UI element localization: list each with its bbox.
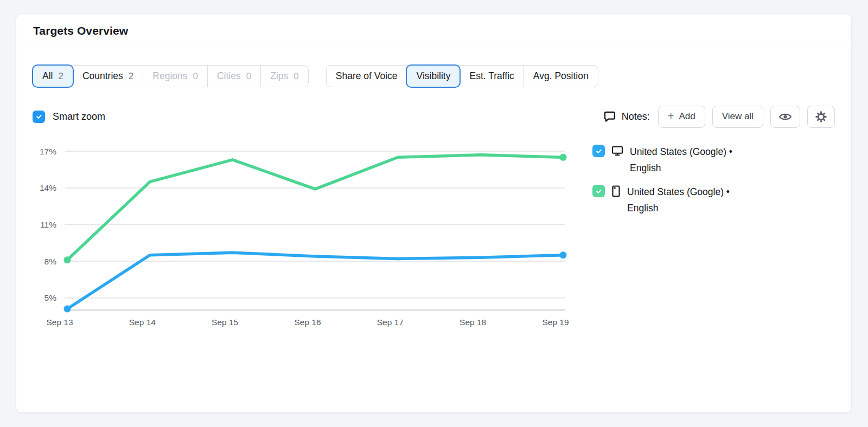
metric-tab-label: Visibility [417, 70, 451, 82]
plus-icon: + [668, 111, 674, 121]
target-filter-all[interactable]: All2 [33, 66, 73, 87]
visibility-line-chart[interactable]: 17%14%11%8%5%Sep 13Sep 14Sep 15Sep 16Sep… [33, 139, 571, 328]
target-filter-zips: Zips0 [260, 66, 308, 87]
x-axis-tick: Sep 13 [46, 318, 73, 327]
legend-checkbox-mobile[interactable] [592, 185, 605, 197]
legend-checkbox-desktop[interactable] [592, 145, 605, 157]
page-title: Targets Overview [33, 24, 128, 37]
legend-label: United States (Google) • English [630, 144, 764, 176]
chart-legend: United States (Google) • EnglishUnited S… [592, 139, 826, 216]
metric-tab-label: Avg. Position [533, 70, 589, 82]
desktop-icon [611, 145, 623, 157]
y-axis-tick: 8% [44, 257, 57, 266]
series-endpoint-0[interactable] [560, 251, 567, 258]
target-filter-label: All [42, 70, 53, 82]
notes-group: Notes: + Add View all [603, 106, 835, 128]
legend-label: United States (Google) • English [627, 184, 762, 216]
smart-zoom-toggle[interactable]: Smart zoom [33, 111, 105, 123]
checkmark-icon [35, 113, 43, 120]
settings-button[interactable] [807, 106, 835, 128]
target-filter-label: Regions [152, 70, 187, 82]
targets-overview-card: Targets Overview All2Countries2Regions0C… [16, 14, 852, 413]
target-filter-label: Zips [270, 70, 288, 82]
add-note-label: Add [679, 111, 695, 122]
card-body: All2Countries2Regions0Cities0Zips0 Share… [16, 48, 851, 330]
y-axis-tick: 5% [44, 293, 57, 302]
target-filter-count: 0 [193, 71, 198, 82]
card-header: Targets Overview [16, 14, 851, 48]
x-axis-tick: Sep 17 [377, 318, 404, 327]
controls-row: Smart zoom Notes: + Add View all [33, 105, 835, 128]
checkmark-icon [595, 147, 603, 155]
x-axis-tick: Sep 18 [459, 318, 486, 327]
metric-tab-avg-position[interactable]: Avg. Position [524, 66, 598, 87]
target-filter-count: 2 [58, 71, 63, 82]
y-axis-tick: 17% [40, 147, 56, 156]
target-filter-count: 2 [129, 71, 133, 82]
x-axis-tick: Sep 19 [542, 318, 569, 327]
target-filter-countries[interactable]: Countries2 [73, 66, 143, 87]
series-endpoint-1[interactable] [560, 154, 567, 161]
metric-tab-label: Share of Voice [336, 70, 398, 82]
legend-item-mobile[interactable]: United States (Google) • English [592, 184, 826, 216]
checkmark-icon [595, 187, 603, 195]
legend-item-desktop[interactable]: United States (Google) • English [592, 144, 826, 176]
target-filter-label: Countries [82, 70, 123, 82]
view-all-notes-button[interactable]: View all [712, 106, 763, 128]
gear-icon [815, 111, 827, 122]
notes-bubble-icon [603, 110, 616, 123]
y-axis-tick: 14% [40, 183, 56, 192]
target-filter-label: Cities [217, 70, 241, 82]
series-endpoint-1[interactable] [64, 256, 71, 263]
notes-label-wrap: Notes: [603, 110, 650, 123]
metric-tab-group: Share of VoiceVisibilityEst. TrafficAvg.… [326, 65, 598, 87]
target-filter-count: 0 [293, 71, 298, 82]
chart-area: 17%14%11%8%5%Sep 13Sep 14Sep 15Sep 16Sep… [33, 139, 571, 330]
smart-zoom-checkbox[interactable] [33, 111, 45, 123]
series-line-1[interactable] [67, 155, 563, 260]
target-filter-group: All2Countries2Regions0Cities0Zips0 [33, 65, 309, 87]
add-note-button[interactable]: + Add [658, 106, 705, 128]
series-endpoint-0[interactable] [64, 305, 71, 312]
mobile-icon [611, 185, 621, 197]
chart-row: 17%14%11%8%5%Sep 13Sep 14Sep 15Sep 16Sep… [33, 139, 835, 330]
target-filter-cities: Cities0 [207, 66, 260, 87]
metric-tab-share-of-voice[interactable]: Share of Voice [327, 66, 407, 87]
notes-label: Notes: [622, 111, 650, 122]
metric-tab-visibility[interactable]: Visibility [407, 66, 460, 87]
x-axis-tick: Sep 15 [212, 318, 238, 327]
metric-tab-est-traffic[interactable]: Est. Traffic [459, 66, 523, 87]
metric-tab-label: Est. Traffic [469, 70, 514, 82]
eye-icon [778, 112, 792, 122]
smart-zoom-label: Smart zoom [53, 111, 105, 122]
y-axis-tick: 11% [40, 220, 56, 229]
x-axis-tick: Sep 16 [294, 318, 321, 327]
target-filter-count: 0 [246, 71, 251, 82]
filters-row: All2Countries2Regions0Cities0Zips0 Share… [33, 65, 835, 87]
view-all-label: View all [722, 111, 754, 122]
x-axis-tick: Sep 14 [129, 318, 156, 327]
target-filter-regions: Regions0 [143, 66, 207, 87]
toggle-visibility-button[interactable] [770, 106, 800, 128]
